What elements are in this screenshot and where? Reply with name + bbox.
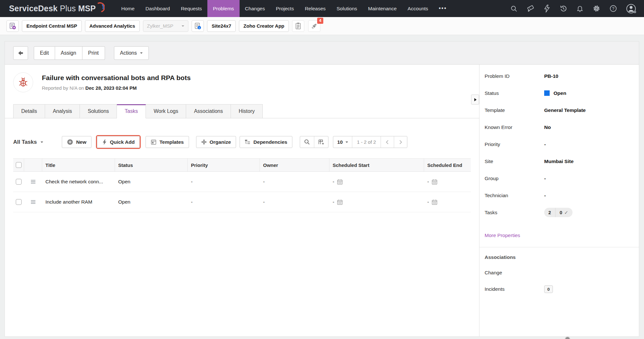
dependency-tree-icon: [245, 139, 251, 145]
task-title-link[interactable]: Include another RAM: [45, 199, 92, 205]
nav-item-problems[interactable]: Problems: [207, 0, 239, 17]
property-label: Group: [485, 176, 544, 181]
drag-handle-icon[interactable]: [31, 179, 36, 184]
edit-button[interactable]: Edit: [34, 46, 55, 60]
nav-item-solutions[interactable]: Solutions: [331, 0, 363, 17]
incidents-label: Incidents: [485, 286, 544, 292]
tab-details[interactable]: Details: [13, 104, 45, 118]
nav-item-accounts[interactable]: Accounts: [402, 0, 434, 17]
property-value: -: [544, 176, 546, 181]
more-menu-icon[interactable]: •••: [434, 0, 452, 17]
calendar-icon[interactable]: [337, 179, 343, 185]
tasks-table: Title Status Priority Owner Scheduled St…: [13, 158, 471, 212]
organize-button[interactable]: Organize: [196, 136, 236, 148]
search-icon[interactable]: [510, 5, 518, 13]
nav-item-home[interactable]: Home: [116, 0, 140, 17]
lightning-icon[interactable]: [543, 5, 551, 13]
property-value: No: [544, 124, 551, 130]
association-incidents: Incidents 0: [485, 285, 634, 293]
add-request-button[interactable]: [6, 20, 19, 32]
tab-analysis[interactable]: Analysis: [45, 104, 80, 118]
nav-item-requests[interactable]: Requests: [175, 0, 207, 17]
row-checkbox[interactable]: [16, 199, 22, 205]
actions-dropdown-button[interactable]: Actions: [114, 46, 149, 60]
notifications-bell-icon[interactable]: [576, 5, 584, 13]
tab-solutions[interactable]: Solutions: [80, 104, 117, 118]
table-tools-group: [300, 136, 328, 148]
brand-logo[interactable]: ServiceDesk Plus MSP: [9, 4, 105, 14]
tasks-table-header: Title Status Priority Owner Scheduled St…: [13, 159, 471, 172]
task-title-link[interactable]: Check the network conn...: [45, 179, 103, 185]
pagination-range: 1 - 2 of 2: [352, 136, 380, 148]
settings-gear-icon[interactable]: [592, 5, 601, 13]
next-page-button[interactable]: [394, 136, 407, 148]
sidebar-collapse-button[interactable]: [471, 95, 479, 105]
row-checkbox[interactable]: [16, 179, 22, 185]
property-value: General Template: [544, 107, 586, 113]
account-dropdown-value: Zylker_MSP: [147, 23, 174, 29]
calendar-icon[interactable]: [337, 199, 343, 205]
tasks-completed-count: 0: [560, 210, 562, 215]
clipboard-button[interactable]: [292, 20, 304, 32]
announcement-count-badge: 4: [317, 18, 323, 24]
task-filter-dropdown[interactable]: All Tasks: [13, 139, 43, 145]
account-dropdown[interactable]: Zylker_MSP: [143, 20, 189, 32]
task-priority: -: [188, 199, 260, 205]
calendar-icon[interactable]: [431, 179, 438, 185]
scheduled-end-value: -: [427, 199, 429, 205]
move-arrows-icon: [201, 139, 207, 145]
back-button[interactable]: [13, 46, 28, 60]
incidents-count-badge[interactable]: 0: [544, 285, 553, 293]
clipboard-icon: [295, 22, 302, 30]
zoho-creator-button[interactable]: Zoho Creator App: [239, 20, 289, 32]
page-bottom-widget: [565, 336, 570, 339]
column-priority: Priority: [188, 159, 260, 171]
status-color-swatch: [544, 90, 550, 96]
select-all-checkbox[interactable]: [16, 162, 22, 168]
task-status: Open: [115, 199, 188, 205]
tab-history[interactable]: History: [231, 104, 263, 118]
property-site: Site Mumbai Site: [485, 156, 634, 167]
nav-item-projects[interactable]: Projects: [270, 0, 299, 17]
quick-add-button[interactable]: Quick Add: [97, 136, 140, 148]
property-list: Problem ID PB-10 Status Open Template Ge…: [479, 65, 639, 218]
user-avatar[interactable]: [626, 4, 637, 14]
assign-button[interactable]: Assign: [55, 46, 82, 60]
help-icon[interactable]: ?: [609, 5, 617, 13]
nav-item-changes[interactable]: Changes: [240, 0, 270, 17]
tasks-count-pill[interactable]: 2 0 ✓: [544, 208, 573, 217]
status-badge: Open: [554, 90, 566, 96]
property-label: Tasks: [485, 210, 544, 215]
chevron-left-icon: [385, 140, 390, 145]
advanced-analytics-button[interactable]: Advanced Analytics: [85, 20, 140, 32]
new-task-button[interactable]: New: [62, 136, 91, 148]
add-column-button[interactable]: [314, 136, 328, 148]
page-size-dropdown[interactable]: 10: [333, 136, 352, 148]
bug-icon: [18, 77, 29, 88]
tab-work-logs[interactable]: Work Logs: [146, 104, 186, 118]
whats-new-button[interactable]: 4: [308, 20, 320, 32]
dependencies-button[interactable]: Dependencies: [240, 136, 292, 148]
nav-item-dashboard[interactable]: Dashboard: [140, 0, 175, 17]
chevron-right-icon: [398, 140, 403, 145]
nav-item-releases[interactable]: Releases: [299, 0, 331, 17]
print-button[interactable]: Print: [82, 46, 105, 60]
chevron-down-icon: [346, 142, 348, 144]
tab-associations[interactable]: Associations: [186, 104, 231, 118]
site24x7-button[interactable]: Site24x7: [207, 20, 236, 32]
nav-item-maintenance[interactable]: Maintenance: [363, 0, 402, 17]
change-label: Change: [485, 270, 544, 276]
tab-tasks[interactable]: Tasks: [117, 104, 146, 118]
more-properties-link[interactable]: More Properties: [485, 233, 520, 238]
previous-page-button[interactable]: [381, 136, 394, 148]
actions-label: Actions: [120, 50, 137, 56]
drag-handle-icon[interactable]: [31, 200, 36, 204]
endpoint-central-button[interactable]: Endpoint Central MSP: [22, 20, 82, 32]
search-tasks-button[interactable]: [300, 136, 314, 148]
history-icon[interactable]: [559, 5, 567, 13]
calendar-icon[interactable]: [431, 199, 438, 205]
drag-column-header: [24, 159, 42, 171]
add-ticket-icon[interactable]: [526, 5, 535, 13]
templates-button[interactable]: Templates: [146, 136, 189, 148]
account-info-button[interactable]: [192, 20, 204, 32]
